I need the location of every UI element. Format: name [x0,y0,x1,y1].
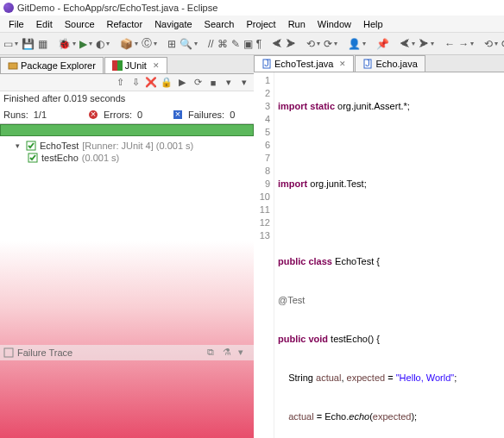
test-pass-icon [28,153,38,163]
tab-package-explorer[interactable]: Package Explorer [0,57,104,73]
menu-project[interactable]: Project [241,17,280,31]
test-suite-pass-icon [26,141,36,151]
nav-back-prev-icon[interactable]: ⮜ [400,37,410,51]
java-file-icon: J [261,59,272,69]
main-toolbar: ▭▾ 💾 ▦ 🐞▾ ▶▾ ◐▾ 📦▾ Ⓒ▾ ⊞ 🔍▾ // ⌘ ✎ ▣ ¶ ⮜ … [0,33,504,55]
stop-icon[interactable]: ■ [207,77,219,89]
failure-trace-header: Failure Trace ⧉ ⚗ ▾ [0,345,254,360]
toggle-comment-icon[interactable]: // [208,37,214,51]
menu-help[interactable]: Help [358,17,388,31]
menu-search[interactable]: Search [199,17,240,31]
history-icon[interactable]: ▾ [223,77,235,89]
coverage-icon[interactable]: ◐ [96,37,104,51]
scroll-lock-icon[interactable]: 🔒 [161,77,173,89]
new-class-icon[interactable]: Ⓒ [142,37,152,51]
left-tabs: Package Explorer JUnit ✕ [0,55,254,74]
tab-label: JUnit [125,60,147,71]
forward-icon[interactable]: → [458,37,469,51]
menu-edit[interactable]: Edit [31,17,58,31]
svg-text:J: J [264,59,269,68]
counter-errors: × Errors: 0 [85,110,169,120]
sync-icon[interactable]: ⟲ [484,37,493,51]
svg-rect-2 [117,60,123,71]
eclipse-icon [3,3,14,13]
svg-text:×: × [175,110,180,119]
svg-rect-0 [9,63,17,69]
editor-tabs: J EchoTest.java ✕ J Echo.java [254,55,504,72]
tab-junit[interactable]: JUnit ✕ [104,57,167,73]
menu-navigate[interactable]: Navigate [149,17,197,31]
menu-run[interactable]: Run [283,17,311,31]
nav-forward-next-icon[interactable]: ⮞ [419,37,429,51]
junit-counters: Runs: 1/1 × Errors: 0 × Failures: 0 [0,105,254,124]
next-annotation-icon[interactable]: ⮞ [286,37,296,51]
svg-text:×: × [91,110,96,119]
tab-echo[interactable]: J Echo.java [355,55,425,72]
trace-icon [3,347,14,358]
menubar: File Edit Source Refactor Navigate Searc… [0,16,504,33]
junit-status: Finished after 0.019 seconds [0,91,254,105]
show-ws-icon[interactable]: ¶ [256,37,261,51]
menu-source[interactable]: Source [60,17,100,31]
view-menu-icon[interactable]: ▾ [238,77,250,89]
format-icon[interactable]: ⌘ [217,37,228,51]
back-icon[interactable]: ← [444,37,455,51]
close-icon[interactable]: ✕ [153,61,160,70]
prev-failure-icon[interactable]: ⇧ [114,77,126,89]
refresh-icon[interactable]: ⟳ [324,37,332,51]
search-icon[interactable]: 🔍 [180,37,192,51]
save-all-icon[interactable]: ▦ [38,37,47,51]
line-gutter: 123 456 789 101112 13 [254,72,274,438]
block-select-icon[interactable]: ▣ [243,37,253,51]
rerun-icon[interactable]: ▶ [176,77,188,89]
window-title: GitDemo - EchoApp/src/EchoTest.java - Ec… [17,3,217,13]
show-failures-icon[interactable]: ❌ [145,77,157,89]
expand-icon[interactable]: ▾ [16,141,22,150]
toggle-mark-icon[interactable]: ✎ [231,37,240,51]
prev-annotation-icon[interactable]: ⮜ [272,37,282,51]
junit-tree[interactable]: ▾ EchoTest [Runner: JUnit 4] (0.001 s) t… [0,136,254,345]
failure-trace-label: Failure Trace [17,347,72,358]
tree-child[interactable]: testEcho (0.001 s) [3,152,250,164]
new-icon[interactable]: ▭ [3,37,13,51]
junit-progress-bar [0,124,254,136]
menu-file[interactable]: File [3,17,29,31]
open-type-icon[interactable]: ⊞ [167,37,176,51]
tab-label: Echo.java [375,59,417,69]
package-icon [8,60,18,71]
tab-echotest[interactable]: J EchoTest.java ✕ [254,55,354,72]
counter-runs: Runs: 1/1 [0,110,85,120]
rerun-failed-icon[interactable]: ⟳ [192,77,204,89]
new-package-icon[interactable]: 📦 [120,37,133,51]
tab-label: EchoTest.java [274,59,333,69]
window-titlebar: GitDemo - EchoApp/src/EchoTest.java - Ec… [0,0,504,16]
tree-root[interactable]: ▾ EchoTest [Runner: JUnit 4] (0.001 s) [3,140,250,152]
menu-window[interactable]: Window [312,17,356,31]
pin-icon[interactable]: 📌 [376,37,389,51]
failure-trace-body [0,360,254,438]
trace-menu-icon[interactable]: ▾ [238,347,250,359]
junit-toolbar: ⇧ ⇩ ❌ 🔒 ▶ ⟳ ■ ▾ ▾ [0,74,254,91]
junit-icon [112,60,123,71]
run-icon[interactable]: ▶ [79,37,87,51]
java-file-icon: J [362,59,373,69]
user-icon[interactable]: 👤 [348,37,361,51]
debug-icon[interactable]: 🐞 [58,37,71,51]
close-icon[interactable]: ✕ [339,59,346,68]
compare-icon[interactable]: ⧉ [207,347,219,359]
tab-label: Package Explorer [21,60,96,71]
editor-panel: J EchoTest.java ✕ J Echo.java 123 456 78… [254,55,504,438]
svg-text:J: J [366,59,371,68]
last-edit-icon[interactable]: ⟲ [306,37,315,51]
save-icon[interactable]: 💾 [22,37,35,51]
failure-icon: × [173,110,183,120]
filter-icon[interactable]: ⚗ [223,347,235,359]
error-icon: × [88,110,98,120]
next-failure-icon[interactable]: ⇩ [129,77,142,89]
menu-refactor[interactable]: Refactor [102,17,148,31]
left-panel: Package Explorer JUnit ✕ ⇧ ⇩ ❌ 🔒 ▶ ⟳ ■ ▾… [0,55,254,438]
counter-failures: × Failures: 0 [169,110,254,120]
editor-body[interactable]: 123 456 789 101112 13 import static org.… [254,72,504,438]
code-area[interactable]: import static org.junit.Assert.*; import… [274,72,504,438]
svg-rect-9 [4,348,13,357]
